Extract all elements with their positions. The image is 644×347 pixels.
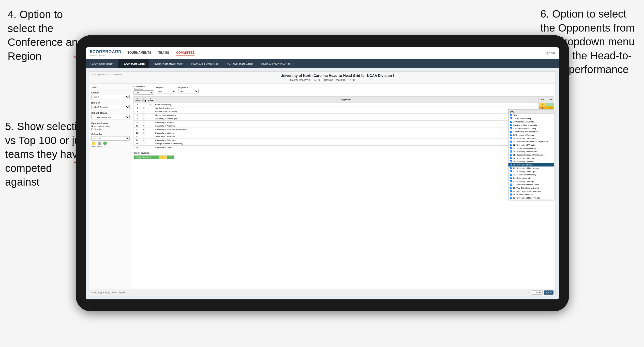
view-label: View: Original [112,292,125,294]
table-row: 162 University of Florida 51 [134,145,554,149]
tab-player-h2h-grid[interactable]: PLAYER H2H GRID [223,59,257,68]
dropdown-item-18[interactable]: 18. University of Illinois [508,160,554,163]
cancel-button[interactable]: Cancel [532,290,543,295]
dropdown-item-31[interactable]: 31. University of North Florida [508,196,554,200]
top-100-radio[interactable] [91,128,93,130]
col-win: Win [539,96,546,103]
panel-header: Last Updated: 4/7/2024 16:55:38 Universi… [89,72,556,84]
dropdown-item-15[interactable]: 15. Georgia Institute of Technology [508,153,554,157]
dropdown-item-2[interactable]: 2. Auburn University [508,117,554,120]
dropdown-item-13[interactable]: 13. Texas Tech University [508,147,554,150]
down-dot [92,142,95,145]
tablet-screen: 5COREBOARD Powered by Sport TOURNAMENTS … [86,47,559,299]
undo-icon[interactable]: ↩ [91,291,93,294]
gender-section: Gender Men's [91,91,130,99]
nav-teams[interactable]: TEAMS [158,50,169,56]
dropdown-item-20[interactable]: 20. University of Texas [508,163,554,166]
dropdown-item-3[interactable]: 3. Vanderbilt University [508,120,554,123]
dropdown-item-16[interactable]: 16. University of Florida [508,157,554,160]
colour-label: Colour by [91,133,130,135]
main-content: Last Updated: 4/7/2024 16:55:38 Universi… [86,68,559,299]
dropdown-item-10[interactable]: 10. University of Alabama [508,137,554,140]
out-division-row: NCAA Division II 1 0 [134,155,174,159]
out-division: Out of division NCAA Division II 1 0 [133,152,554,159]
region-filter-label: Region [156,86,176,89]
dropdown-item-11[interactable]: 11. University of Arkansas, Fayetteville [508,140,554,143]
nav-tournaments[interactable]: TOURNAMENTS [128,50,151,56]
division-section: Division NCAA Division I [91,102,130,109]
table-row: 41 Arizona State University 51 [134,110,554,113]
filter-row: Conference Opponents: (All) Region (All) [133,85,554,95]
tab-player-summary[interactable]: PLAYER SUMMARY [187,59,223,68]
logo-sub: Powered by Sport [90,54,122,57]
dropdown-item-27[interactable]: 27. University of Notre Dame [508,183,554,186]
school-select[interactable]: 1. University of Nort... [91,115,130,119]
copy-icon[interactable]: ⊞ [100,291,102,294]
opponent-filter-label: Opponent [178,86,199,89]
tab-player-h2h-heatmap[interactable]: PLAYER H2H HEATMAP [257,59,299,68]
eye-icon: 👁 [528,291,530,294]
opponent-select[interactable]: (All) [178,89,199,93]
dropdown-item-9[interactable]: 9. University of Arizona [508,133,554,137]
dropdown-item-22[interactable]: 22. University of Georgia [508,170,554,173]
apply-button[interactable]: Apply [544,290,553,295]
clock-icon[interactable]: ⏱ [108,291,111,294]
record-info: Overall Record: 89 · 17 · 0 Division Rec… [92,79,552,81]
panel-body: Team Gender Men's Division NCAA Division… [89,84,556,289]
tab-team-h2h-grid[interactable]: TEAM H2H GRID [118,59,149,68]
dropdown-item-4[interactable]: 4. Arizona State University [508,123,554,127]
dropdown-item-28[interactable]: 28. The Ohio State University [508,186,554,190]
division-record: Division Record: 88 · 17 · 0 [324,79,355,81]
team-label: Team [91,86,130,89]
col-opponent: Opponent [154,96,538,103]
crop-icon[interactable]: ✂ [102,291,104,294]
tab-team-h2h-heatmap[interactable]: TEAM H2H HEATMAP [149,59,187,68]
dropdown-item-24[interactable]: 24. Duke University [508,176,554,180]
conference-select[interactable]: (All) [133,90,154,95]
dropdown-item-all[interactable]: (All) [508,114,554,117]
conference-filter: Conference Opponents: (All) [133,85,154,95]
dropdown-item-23[interactable]: 23. Texas A&M University [508,173,554,176]
dropdown-item-29[interactable]: 29. San Diego State University [508,190,554,193]
table-header: #Rank #Reg #Conf Opponent Win Loss [134,96,554,103]
dropdown-item-8[interactable]: 8. University of Washington [508,130,554,133]
table-row: 211 Auburn University 21 [134,103,554,106]
table-row: 62 Florida State University 42 [134,113,554,117]
table-row: 82 University of Washington 10 [134,117,554,120]
dropdown-item-12[interactable]: 12. University of Virginia [508,143,554,147]
opponent-view-radio-group: Opponents Played Top 100 [91,125,130,130]
division-select[interactable]: NCAA Division I [91,105,130,109]
colour-legend: Down Level Up [91,142,130,147]
level-label: Level [97,145,102,147]
table-row: 93 University of Arizona 10 [134,120,554,124]
up-dot [103,142,107,145]
reset-icon[interactable]: ⟳ [97,291,99,294]
dropdown-item-6[interactable]: 6. Florida State University [508,127,554,130]
refresh-icon[interactable]: ⟳ [105,291,107,294]
logo-text: 5COREBOARD [90,50,122,54]
dropdown-item-21[interactable]: 21. University of New Mexico [508,166,554,170]
panel-title: University of North Carolina Head-to-Hea… [122,74,552,78]
region-select[interactable]: (All) [156,89,176,93]
opponents-played-radio[interactable] [91,125,93,127]
opponent-view-label: Opponent View [91,122,130,124]
down-label: Down [91,145,96,147]
school-section: School (Rank) 1. University of Nort... [91,112,130,119]
opponents-played-option[interactable]: Opponents Played [91,125,130,128]
dropdown-item-30[interactable]: 30. Purdue University [508,193,554,196]
gender-select[interactable]: Men's [91,95,130,99]
table-row: 116 University of Arkansas, Fayetteville… [134,128,554,131]
colour-select[interactable]: Win/loss [91,136,130,141]
opponent-dropdown[interactable]: (All) (All) 2. Auburn University 3. Vand… [508,109,554,200]
out-division-title: Out of division [133,152,554,154]
dropdown-item-25[interactable]: 25. University of Oregon [508,180,554,183]
dropdown-item-14[interactable]: 14. University of Oklahoma [508,150,554,153]
redo-icon[interactable]: ↪ [94,291,96,294]
table-row: 123 University of Virginia 10 [134,131,554,135]
table-body: 211 Auburn University 21 32 Vanderbilt U… [134,103,554,149]
sign-out[interactable]: Sign out [545,51,555,54]
top-100-option[interactable]: Top 100 [91,128,130,130]
table-row: 105 University of Alabama 30 [134,124,554,128]
nav-committee[interactable]: COMMITTEE [176,50,194,56]
tab-team-summary[interactable]: TEAM SUMMARY [86,59,118,68]
